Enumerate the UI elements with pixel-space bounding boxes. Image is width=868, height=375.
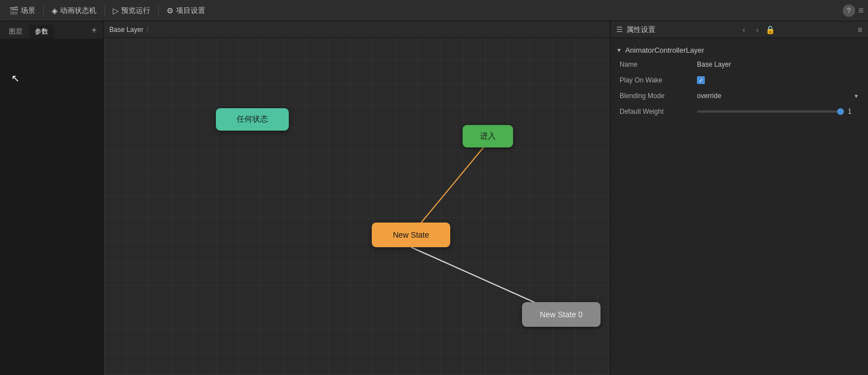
panel-menu-button[interactable]: ≡: [857, 25, 862, 34]
cursor-area: ↖: [0, 39, 103, 118]
state-any-label: 任何状态: [237, 114, 268, 124]
prop-blending-mode-row: Blending Mode override ▼: [611, 88, 868, 104]
sidebar-content: ↖: [0, 39, 103, 375]
prop-play-on-wake-row: Play On Wake: [611, 72, 868, 88]
cursor-icon: ↖: [11, 72, 20, 85]
panel-nav: ‹ › 🔒: [738, 24, 775, 35]
connection-new-to-enter: [411, 140, 490, 235]
tab-layers[interactable]: 图层: [3, 25, 28, 39]
nav-forward-arrow[interactable]: ›: [752, 24, 763, 35]
right-panel: ☰ 属性设置 ‹ › 🔒 ≡ ▼ AnimatorControllerLayer…: [610, 21, 868, 375]
toolbar-animator[interactable]: ◈ 动画状态机: [47, 3, 101, 18]
toolbar-scene[interactable]: 🎬 场景: [4, 3, 40, 18]
state-new[interactable]: New State: [372, 223, 450, 247]
prop-default-weight-row: Default Weight 1: [611, 104, 868, 119]
right-panel-header: ☰ 属性设置 ‹ › 🔒 ≡: [611, 21, 868, 38]
lock-icon[interactable]: 🔒: [765, 25, 775, 34]
prop-blending-mode-label: Blending Mode: [620, 92, 692, 100]
tab-params[interactable]: 参数: [29, 25, 54, 39]
prop-name-row: Name Base Layer: [611, 57, 868, 72]
slider-thumb[interactable]: [837, 108, 844, 115]
toolbar: 🎬 场景 ◈ 动画状态机 ▷ 预览运行 ⚙ 项目设置 ? ≡: [0, 0, 868, 21]
slider-track[interactable]: [697, 110, 843, 113]
toolbar-right: ? ≡: [843, 4, 864, 17]
canvas-header: Base Layer /: [104, 21, 610, 38]
state-enter-label: 进入: [480, 131, 496, 141]
slider-value: 1: [848, 108, 859, 115]
separator-2: [104, 5, 105, 16]
canvas-area: Base Layer /: [104, 21, 610, 375]
preview-label: 预览运行: [121, 6, 150, 16]
state-enter[interactable]: 进入: [463, 125, 513, 147]
preview-icon: ▷: [113, 6, 119, 15]
section-header[interactable]: ▼ AnimatorControllerLayer: [611, 44, 868, 57]
prop-blending-mode-dropdown[interactable]: override ▼: [697, 92, 859, 100]
prop-play-on-wake-label: Play On Wake: [620, 76, 692, 84]
prop-default-weight-slider[interactable]: 1: [697, 108, 859, 115]
breadcrumb-root[interactable]: Base Layer: [109, 26, 144, 34]
dropdown-arrow-icon: ▼: [853, 93, 859, 99]
prop-blending-mode-value: override: [697, 92, 721, 100]
separator-3: [158, 5, 159, 16]
state-new0[interactable]: New State 0: [522, 302, 601, 327]
scene-icon: 🎬: [9, 6, 19, 15]
scene-label: 场景: [21, 6, 35, 16]
panel-icon: ☰: [616, 25, 623, 34]
toolbar-settings[interactable]: ⚙ 项目设置: [162, 3, 210, 18]
help-button[interactable]: ?: [843, 4, 855, 17]
prop-name-value[interactable]: Base Layer: [697, 61, 859, 68]
breadcrumb-separator: /: [147, 26, 149, 34]
state-new0-label: New State 0: [540, 310, 583, 319]
prop-play-on-wake-checkbox[interactable]: [697, 76, 705, 84]
nav-back-arrow[interactable]: ‹: [738, 24, 750, 35]
slider-fill: [697, 110, 843, 113]
settings-icon: ⚙: [167, 6, 174, 15]
panel-title: 属性设置: [626, 25, 655, 35]
right-panel-content: ▼ AnimatorControllerLayer Name Base Laye…: [611, 38, 868, 375]
prop-default-weight-label: Default Weight: [620, 108, 692, 115]
animator-label: 动画状态机: [60, 6, 96, 16]
prop-name-label: Name: [620, 61, 692, 68]
canvas-grid[interactable]: 任何状态 进入 New State New State 0: [104, 38, 610, 375]
left-sidebar: 图层 参数 + ↖: [0, 21, 104, 375]
sidebar-add-button[interactable]: +: [89, 25, 100, 36]
section-collapse-icon: ▼: [616, 47, 622, 53]
separator-1: [43, 5, 44, 16]
animator-icon: ◈: [52, 6, 58, 15]
main-content: 图层 参数 + ↖ Base Layer /: [0, 21, 868, 375]
state-any[interactable]: 任何状态: [216, 108, 289, 131]
section-title: AnimatorControllerLayer: [625, 46, 704, 54]
sidebar-tabs: 图层 参数 +: [0, 21, 103, 39]
settings-label: 项目设置: [176, 6, 205, 16]
toolbar-menu-icon[interactable]: ≡: [858, 6, 864, 16]
state-new-label: New State: [393, 230, 430, 239]
toolbar-preview[interactable]: ▷ 预览运行: [108, 3, 155, 18]
